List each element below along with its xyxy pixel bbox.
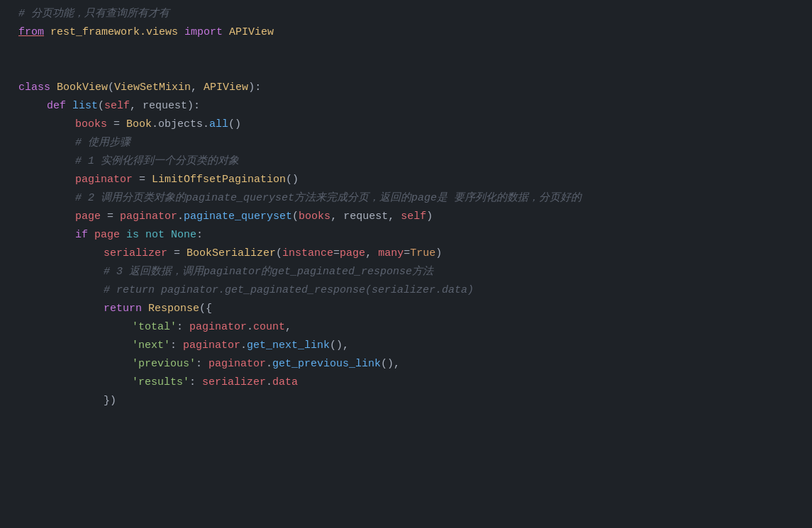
code-line-13: if page is not None: [0,227,812,245]
line-content-1: # 分页功能，只有查询所有才有 [18,6,806,23]
comment-usage: # 使用步骤 [75,137,130,149]
line-content-10: paginator = LimitOffsetPagination() [18,172,806,189]
code-line-11: # 2 调用分页类对象的paginate_queryset方法来完成分页，返回的… [0,190,812,208]
code-line-3 [0,43,812,61]
str-previous: 'previous' [132,358,196,370]
var-paginator: paginator [75,174,133,186]
code-line-7: books = Book.objects.all() [0,116,812,135]
comment-step3: # 3 返回数据，调用paginator的get_paginated_respo… [104,266,433,278]
line-content-14: serializer = BookSerializer(instance=pag… [18,245,806,262]
line-content-8: # 使用步骤 [18,135,806,152]
code-line-5: class BookView(ViewSetMixin, APIView): [0,79,812,98]
line-content-6: def list(self, request): [18,98,806,115]
comment-return: # return paginator.get_paginated_respons… [104,284,474,296]
var-page2: page [94,229,120,241]
class-viewsetmixin: ViewSetMixin [114,82,191,94]
code-line-4 [0,61,812,79]
kw-return: return [104,303,142,315]
attr-objects: objects [158,118,203,130]
code-line-9: # 1 实例化得到一个分页类的对象 [0,153,812,172]
method-all: all [209,118,228,130]
param-self: self [104,100,130,112]
line-content-15: # 3 返回数据，调用paginator的get_paginated_respo… [18,264,806,281]
class-response: Response [148,303,199,315]
code-line-6: def list(self, request): [0,98,812,116]
str-next: 'next' [132,339,170,352]
attr-count: count [253,321,285,333]
param-request: request [143,100,187,112]
arg-request: request [343,210,388,223]
line-content-9: # 1 实例化得到一个分页类的对象 [18,153,806,170]
attr-data: data [272,376,298,388]
comment-step1: # 1 实例化得到一个分页类的对象 [75,155,239,167]
line-content-22: }) [18,393,806,410]
line-content-7: books = Book.objects.all() [18,116,806,133]
kw-is-not: is not [126,229,165,241]
var-books: books [75,118,107,130]
line-content-21: 'results': serializer.data [18,374,806,391]
line-content-4 [18,61,806,78]
space2 [178,26,184,38]
code-line-21: 'results': serializer.data [0,374,812,393]
var-serializer2: serializer [202,376,266,388]
line-content-12: page = paginator.paginate_queryset(books… [18,208,806,225]
class-bookserializer: BookSerializer [187,247,276,259]
method-list: list [72,100,98,112]
line-content-17: return Response({ [18,300,806,318]
code-line-1: # 分页功能，只有查询所有才有 [0,6,812,24]
var-paginator5: paginator [208,358,266,370]
str-total: 'total' [132,321,177,333]
str-results: 'results' [132,376,189,388]
code-line-2: from rest_framework.views import APIView [0,24,812,43]
param-instance: instance [282,247,333,259]
var-page: page [75,210,101,223]
line-content-19: 'next': paginator.get_next_link(), [18,337,806,354]
code-line-17: return Response({ [0,300,812,319]
code-line-10: paginator = LimitOffsetPagination() [0,172,812,190]
val-true: True [410,247,435,259]
code-line-12: page = paginator.paginate_queryset(books… [0,208,812,227]
space3 [223,26,229,38]
method-getprev: get_previous_link [272,358,381,370]
class-apiview2: APIView [204,82,248,94]
code-line-22: }) [0,393,812,411]
kw-none: None [171,229,196,241]
kw-def: def [47,100,66,112]
kw-class: class [18,82,50,94]
param-many: many [378,247,404,259]
line-content-11: # 2 调用分页类对象的paginate_queryset方法来完成分页，返回的… [18,190,806,207]
arg-self: self [401,210,426,223]
code-line-19: 'next': paginator.get_next_link(), [0,337,812,356]
var-serializer: serializer [104,247,167,259]
code-line-14: serializer = BookSerializer(instance=pag… [0,245,812,264]
method-getnext: get_next_link [247,339,330,352]
line-content-20: 'previous': paginator.get_previous_link(… [18,356,806,373]
code-line-8: # 使用步骤 [0,135,812,153]
class-apiview: APIView [229,26,274,38]
line-content-18: 'total': paginator.count, [18,319,806,336]
line-content-5: class BookView(ViewSetMixin, APIView): [18,79,806,96]
comment-step2: # 2 调用分页类对象的paginate_queryset方法来完成分页，返回的… [75,192,582,204]
var-paginator2: paginator [120,210,177,223]
method-paginate: paginate_queryset [184,210,292,223]
class-bookview: BookView [57,82,108,94]
code-line-20: 'previous': paginator.get_previous_link(… [0,356,812,374]
kw-if: if [75,229,88,241]
var-paginator3: paginator [189,321,247,333]
close-brace: }) [104,395,116,407]
class-limitoffset: LimitOffsetPagination [152,174,286,186]
class-book: Book [126,118,152,130]
line-content-16: # return paginator.get_paginated_respons… [18,282,806,299]
line-content-2: from rest_framework.views import APIView [18,24,806,41]
keyword-from: from [18,26,44,38]
line-content-13: if page is not None: [18,227,806,244]
arg-books: books [299,210,330,223]
code-editor: # 分页功能，只有查询所有才有 from rest_framework.view… [0,0,812,417]
val-page: page [340,247,365,259]
comment-text: # 分页功能，只有查询所有才有 [18,8,169,20]
keyword-import: import [184,26,223,38]
code-line-18: 'total': paginator.count, [0,319,812,337]
var-paginator4: paginator [183,339,240,352]
line-content-3 [18,43,806,60]
space [44,26,50,38]
